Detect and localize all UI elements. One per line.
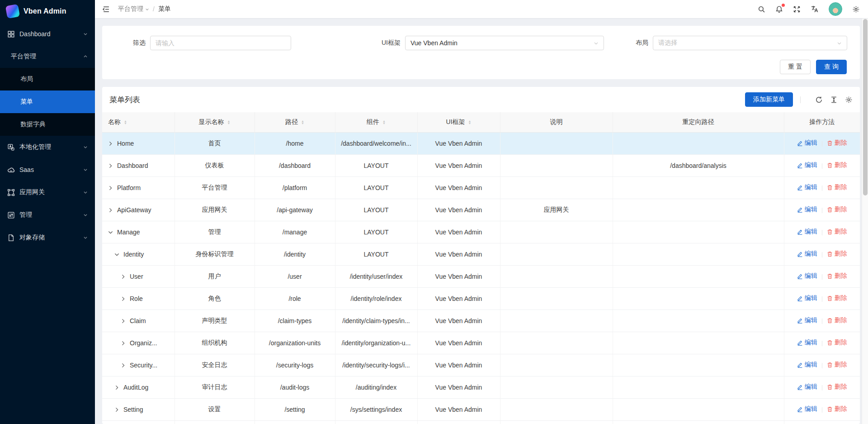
expand-row-icon[interactable]	[121, 363, 126, 368]
delete-button[interactable]: 删除	[827, 183, 847, 191]
edit-button[interactable]: 编辑	[797, 316, 817, 324]
table-row[interactable]: Organiz...组织机构/organization-units/identi…	[102, 332, 860, 354]
expand-row-icon[interactable]	[108, 208, 113, 213]
expand-row-icon[interactable]	[121, 341, 126, 346]
table-settings-icon[interactable]	[845, 96, 853, 104]
page-scrollbar[interactable]	[862, 19, 868, 424]
edit-button[interactable]: 编辑	[797, 205, 817, 214]
search-icon[interactable]	[758, 5, 765, 13]
edit-button[interactable]: 编辑	[797, 361, 817, 369]
expand-row-icon[interactable]	[121, 319, 126, 324]
delete-button[interactable]: 删除	[827, 228, 847, 236]
expand-row-icon[interactable]	[121, 274, 126, 279]
edit-button[interactable]: 编辑	[797, 228, 817, 236]
column-header-name[interactable]: 名称▲▼	[102, 112, 175, 132]
sort-icon[interactable]: ▲▼	[227, 120, 231, 124]
edit-button[interactable]: 编辑	[797, 161, 817, 169]
delete-button[interactable]: 删除	[827, 139, 847, 147]
delete-button[interactable]: 删除	[827, 361, 847, 369]
sidebar-fold-icon[interactable]	[102, 5, 110, 13]
table-row[interactable]: Role角色/role/identity/role/indexVue Vben …	[102, 287, 860, 310]
delete-button[interactable]: 删除	[827, 383, 847, 391]
edit-button[interactable]: 编辑	[797, 250, 817, 258]
table-row[interactable]: Security...安全日志/security-logs/identity/s…	[102, 354, 860, 376]
cell-actions: 编辑删除	[784, 310, 860, 332]
table-row[interactable]: Platform平台管理/platformLAYOUTVue Vben Admi…	[102, 176, 860, 199]
delete-button[interactable]: 删除	[827, 338, 847, 347]
expand-row-icon[interactable]	[108, 141, 113, 146]
column-header-component[interactable]: 组件▲▼	[335, 112, 417, 132]
edit-button[interactable]: 编辑	[797, 294, 817, 302]
scrollbar-thumb[interactable]	[863, 19, 868, 195]
expand-row-icon[interactable]	[114, 407, 119, 412]
cell-ui-framework: Vue Vben Admin	[417, 265, 500, 287]
sidebar-item-layout[interactable]: 布局	[0, 68, 95, 91]
collapse-row-icon[interactable]	[108, 230, 113, 235]
table-row[interactable]: Claim声明类型/claim-types/identity/claim-typ…	[102, 310, 860, 332]
edit-button[interactable]: 编辑	[797, 139, 817, 147]
delete-button[interactable]: 删除	[827, 161, 847, 169]
filter-form: 筛选 UI框架 Vue Vben Admin	[113, 36, 849, 50]
edit-button[interactable]: 编辑	[797, 405, 817, 413]
sort-icon[interactable]: ▲▼	[124, 120, 127, 124]
sidebar-item-data-dictionary[interactable]: 数据字典	[0, 113, 95, 136]
settings-gear-icon[interactable]	[852, 5, 860, 13]
expand-row-icon[interactable]	[108, 186, 113, 191]
cell-menu-name: Home	[102, 132, 175, 154]
edit-button[interactable]: 编辑	[797, 383, 817, 391]
delete-button[interactable]: 删除	[827, 316, 847, 324]
column-header-path[interactable]: 路径▲▼	[255, 112, 335, 132]
logo[interactable]: Vben Admin	[0, 0, 95, 23]
translate-icon[interactable]	[811, 5, 819, 13]
ui-framework-select[interactable]: Vue Vben Admin	[405, 36, 604, 50]
fullscreen-icon[interactable]	[793, 5, 801, 13]
table-row[interactable]: ApiGateway应用网关/api-gatewayLAYOUTVue Vben…	[102, 199, 860, 221]
sort-icon[interactable]: ▲▼	[382, 120, 386, 124]
column-height-icon[interactable]	[830, 96, 838, 104]
layout-select[interactable]: 请选择	[653, 36, 847, 50]
table-row[interactable]: Setting设置/setting/sys/settings/indexVue …	[102, 398, 860, 420]
expand-row-icon[interactable]	[121, 296, 126, 301]
delete-button[interactable]: 删除	[827, 250, 847, 258]
sidebar-item-localization[interactable]: 本地化管理	[0, 136, 95, 158]
delete-button[interactable]: 删除	[827, 272, 847, 280]
query-button[interactable]: 查 询	[816, 60, 847, 74]
table-row[interactable]: Dashboard仪表板/dashboardLAYOUTVue Vben Adm…	[102, 154, 860, 176]
edit-button[interactable]: 编辑	[797, 338, 817, 347]
table-row[interactable]: User用户/user/identity/user/indexVue Vben …	[102, 265, 860, 287]
cell-component: /identity/role/index	[335, 287, 417, 310]
sidebar-group-platform[interactable]: 平台管理	[0, 45, 95, 68]
sidebar-item-object-storage[interactable]: 对象存储	[0, 226, 95, 249]
breadcrumb-parent[interactable]: 平台管理	[118, 5, 149, 13]
delete-button[interactable]: 删除	[827, 294, 847, 302]
edit-button[interactable]: 编辑	[797, 183, 817, 191]
sidebar-item-saas[interactable]: Saas	[0, 158, 95, 181]
sidebar-item-manage[interactable]: 管理	[0, 204, 95, 226]
action-divider	[822, 319, 822, 324]
table-row[interactable]: Manage管理/manageLAYOUTVue Vben Admin编辑删除	[102, 221, 860, 243]
delete-label: 删除	[835, 205, 847, 214]
table-row[interactable]	[102, 420, 860, 424]
sort-icon[interactable]: ▲▼	[468, 120, 472, 124]
sidebar-item-dashboard[interactable]: Dashboard	[0, 23, 95, 45]
avatar[interactable]	[829, 2, 842, 16]
table-row[interactable]: Identity身份标识管理/identityLAYOUTVue Vben Ad…	[102, 243, 860, 265]
delete-button[interactable]: 删除	[827, 205, 847, 214]
delete-button[interactable]: 删除	[827, 405, 847, 413]
table-row[interactable]: Home首页/home/dashboard/welcome/in...Vue V…	[102, 132, 860, 154]
keyword-input[interactable]	[156, 39, 286, 47]
sort-icon[interactable]: ▲▼	[301, 120, 304, 124]
reset-button[interactable]: 重 置	[780, 60, 811, 74]
expand-row-icon[interactable]	[114, 385, 119, 390]
edit-button[interactable]: 编辑	[797, 272, 817, 280]
sidebar-item-gateway[interactable]: 应用网关	[0, 181, 95, 204]
column-header-ui-framework[interactable]: UI框架▲▼	[417, 112, 500, 132]
add-menu-button[interactable]: 添加新菜单	[745, 92, 793, 107]
collapse-row-icon[interactable]	[114, 252, 119, 257]
table-row[interactable]: AuditLog审计日志/audit-logs/auditing/indexVu…	[102, 376, 860, 398]
expand-row-icon[interactable]	[108, 163, 113, 168]
column-header-display-name[interactable]: 显示名称▲▼	[175, 112, 255, 132]
refresh-icon[interactable]	[815, 96, 823, 104]
notification-bell-icon[interactable]	[775, 5, 783, 13]
sidebar-item-menu[interactable]: 菜单	[0, 91, 95, 113]
